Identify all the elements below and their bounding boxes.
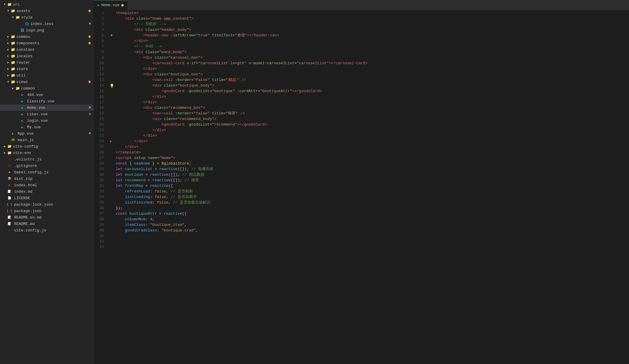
sidebar-item-label: util bbox=[16, 73, 94, 78]
sidebar-item-label: 404.vue bbox=[27, 93, 94, 97]
sidebar-item-src[interactable]: ▼ 📁 src bbox=[0, 1, 94, 8]
code-line: </div> bbox=[115, 127, 629, 133]
modified-badge bbox=[88, 81, 91, 83]
license-icon: 📄 bbox=[7, 196, 12, 200]
arrow-icon: ▼ bbox=[6, 9, 11, 13]
sidebar-item-classify-vue[interactable]: ▶ Classify.vue bbox=[0, 98, 94, 104]
sidebar-item-label: My.vue bbox=[27, 125, 94, 129]
tab-home-vue[interactable]: ▶ Home.vue bbox=[94, 0, 127, 10]
sidebar-item-label: Home.vue bbox=[27, 106, 88, 110]
sidebar-item-vite-env[interactable]: ▶ 📁 vite-env bbox=[0, 150, 94, 156]
arrow-icon: ▼ bbox=[6, 80, 11, 84]
sidebar-item-label: src bbox=[13, 2, 94, 7]
sidebar-item-components[interactable]: ▶ 📁 components bbox=[0, 40, 94, 46]
code-line: <carousel-card v-if="carouselList.length… bbox=[115, 60, 629, 66]
folder-icon: 📁 bbox=[7, 144, 12, 149]
code-line: <div class="boutique_box"> bbox=[115, 72, 629, 77]
code-line: <div class="recommend_box"> bbox=[115, 105, 629, 111]
modified-badge bbox=[88, 10, 91, 12]
arrow-icon: ▶ bbox=[6, 61, 11, 64]
code-line: <div class="recommend_body"> bbox=[115, 116, 629, 122]
sidebar-item-label: main.js bbox=[18, 138, 94, 142]
sidebar-item-label: constant bbox=[16, 48, 94, 52]
sidebar-item-login-vue[interactable]: ▶ login.vue bbox=[0, 117, 94, 124]
folder-icon: 📁 bbox=[11, 9, 15, 13]
sidebar-item-index-less[interactable]: {} index.less M bbox=[0, 21, 94, 27]
modified-badge: M bbox=[88, 132, 91, 135]
sidebar-item-views-common[interactable]: ▶ 📁 common bbox=[0, 85, 94, 92]
sidebar-item-babel-config[interactable]: ● babel.config.js bbox=[0, 169, 94, 175]
sidebar-item-my-vue[interactable]: ▶ My.vue bbox=[0, 124, 94, 130]
code-line: </template> bbox=[115, 150, 629, 155]
code-line: <!-- 中间 --> bbox=[115, 44, 629, 49]
eslint-icon: ⚙ bbox=[7, 158, 12, 161]
sidebar-item-locales[interactable]: ▶ 📁 locales bbox=[0, 53, 94, 59]
folder-icon: 📁 bbox=[11, 48, 15, 52]
sidebar-item-label: LICENSE bbox=[14, 196, 94, 200]
modified-badge: M bbox=[88, 22, 91, 26]
sidebar-item-readme[interactable]: 📝 README.md bbox=[0, 221, 94, 227]
code-line: <van-cell :border="false" title="推荐" /> bbox=[115, 111, 629, 116]
sidebar-item-store[interactable]: ▶ 📁 store bbox=[0, 66, 94, 72]
code-line: </div> bbox=[115, 38, 629, 44]
code-line: <div class="warp_body"> bbox=[115, 49, 629, 55]
sidebar-item-style[interactable]: ▼ 📁 style bbox=[0, 14, 94, 21]
line-numbers: 12345 678910 1112131415 1617181920 21222… bbox=[94, 10, 109, 364]
sidebar-item-license[interactable]: 📄 LICENSE bbox=[0, 195, 94, 201]
zip-icon: 📦 bbox=[7, 177, 12, 180]
folder-icon: 📁 bbox=[15, 86, 20, 91]
vue-icon: ▶ bbox=[20, 93, 25, 97]
sidebar-item-index-md[interactable]: 📝 index.md bbox=[0, 188, 94, 195]
sidebar-item-constant[interactable]: ▶ 📁 constant bbox=[0, 46, 94, 53]
sidebar-item-gitignore[interactable]: ⬡ .gitignore bbox=[0, 162, 94, 169]
code-line: <van-cell :border="false" title="精品" /> bbox=[115, 77, 629, 83]
sidebar-item-label: .gitignore bbox=[14, 164, 94, 168]
vite-icon: ⚡ bbox=[7, 228, 12, 232]
sidebar-item-label: login.vue bbox=[27, 118, 94, 123]
sidebar-item-label: common bbox=[16, 35, 88, 39]
sidebar-item-main-js[interactable]: JS main.js bbox=[0, 137, 94, 143]
sidebar-item-readme-en[interactable]: 📝 README.en.md bbox=[0, 214, 94, 221]
sidebar-item-404-vue[interactable]: ▶ 404.vue bbox=[0, 92, 94, 98]
less-icon: {} bbox=[25, 22, 29, 26]
sidebar-item-common[interactable]: ▶ 📁 common bbox=[0, 33, 94, 40]
sidebar-item-package-lock[interactable]: { } package-lock.json bbox=[0, 201, 94, 208]
sidebar-item-label: logo.png bbox=[26, 28, 94, 33]
sidebar-item-label: views bbox=[16, 80, 88, 84]
image-icon: 🖼 bbox=[20, 28, 25, 33]
sidebar-item-vite-config-js[interactable]: ⚡ vite.config.js bbox=[0, 227, 94, 233]
folder-icon: 📁 bbox=[11, 67, 15, 71]
arrow-icon: ▶ bbox=[2, 145, 7, 148]
sidebar-item-label: package-lock.json bbox=[14, 202, 94, 207]
file-explorer: ▼ 📁 src ▼ 📁 assets ▼ 📁 style {} index.le… bbox=[0, 0, 94, 364]
sidebar-item-assets[interactable]: ▼ 📁 assets bbox=[0, 8, 94, 14]
arrow-icon: ▶ bbox=[6, 67, 11, 71]
code-line: listLoading: false, // 是否加载中 bbox=[115, 194, 629, 200]
code-line: let carouselList = reactive([]); // 轮播列表 bbox=[115, 166, 629, 172]
json-icon: { } bbox=[7, 209, 12, 213]
sidebar-item-vite-config[interactable]: ▶ 📁 vite-config bbox=[0, 143, 94, 150]
sidebar-item-util[interactable]: ▶ 📁 util bbox=[0, 72, 94, 79]
code-line: <script setup name="Home"> bbox=[115, 155, 629, 161]
code-line: let recommend = reactive([]); // 推荐 bbox=[115, 177, 629, 183]
sidebar-item-label: dist.zip bbox=[14, 177, 94, 181]
arrow-icon: ▶ bbox=[2, 151, 7, 155]
sidebar-item-logo-png[interactable]: 🖼 logo.png bbox=[0, 27, 94, 33]
sidebar-item-likes-vue[interactable]: ▶ Likes.vue U bbox=[0, 111, 94, 117]
sidebar-item-eslintrc[interactable]: ⚙ .eslintrc.js bbox=[0, 156, 94, 162]
sidebar-item-label: README.en.md bbox=[14, 215, 94, 220]
code-line: }); bbox=[115, 205, 629, 211]
sidebar-item-home-vue[interactable]: ▶ Home.vue M bbox=[0, 104, 94, 111]
sidebar-item-views[interactable]: ▼ 📁 views bbox=[0, 79, 94, 85]
code-content[interactable]: 12345 678910 1112131415 1617181920 21222… bbox=[94, 10, 629, 364]
sidebar-item-app-vue[interactable]: ▶ App.vue M bbox=[0, 130, 94, 137]
arrow-icon: ▶ bbox=[6, 35, 11, 38]
sidebar-item-label: index.html bbox=[14, 183, 94, 187]
sidebar-item-index-html[interactable]: ◆ index.html bbox=[0, 182, 94, 188]
sidebar-item-label: Classify.vue bbox=[27, 99, 94, 104]
sidebar-item-label: vite-env bbox=[13, 151, 94, 155]
sidebar-item-router[interactable]: ▶ 📁 router bbox=[0, 59, 94, 66]
sidebar-item-package-json[interactable]: { } package.json bbox=[0, 208, 94, 214]
sidebar-item-dist-zip[interactable]: 📦 dist.zip bbox=[0, 175, 94, 182]
folder-icon: 📁 bbox=[11, 41, 15, 45]
